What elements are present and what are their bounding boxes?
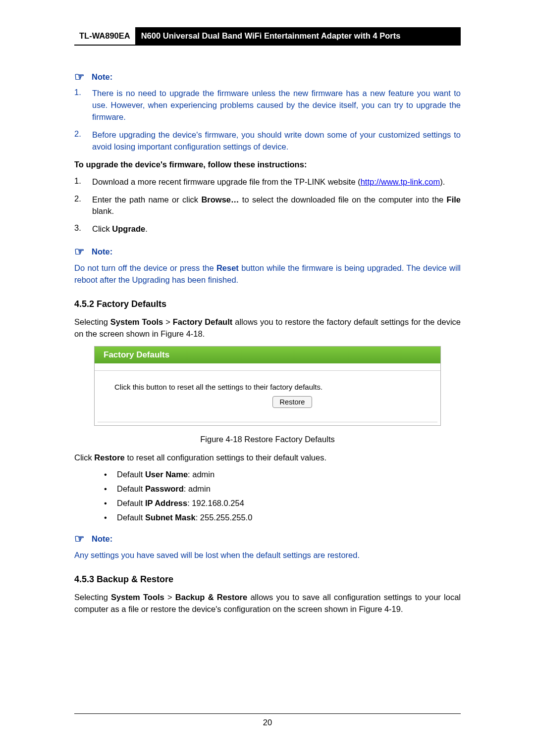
- note2-pre: Do not turn off the device or press the: [74, 263, 216, 272]
- file-label: File: [447, 195, 461, 204]
- note-heading-3: ☞ Note:: [74, 532, 461, 546]
- pointing-hand-icon: ☞: [74, 532, 85, 546]
- upgrade-step-1: 1.Download a more recent firmware upgrad…: [74, 176, 461, 188]
- upgrade-instructions-heading: To upgrade the device's firmware, follow…: [74, 160, 461, 169]
- step2-mid: to select the downloaded file on the com…: [239, 195, 447, 204]
- browse-label: Browse…: [201, 195, 239, 204]
- step2-pre: Enter the path name or click: [92, 195, 201, 204]
- default-subnet: •Default Subnet Mask: 255.255.255.0: [104, 513, 461, 522]
- note-1-item-2: 2.Before upgrading the device's firmware…: [74, 129, 461, 153]
- s453-sep: >: [164, 593, 175, 602]
- note-label: Note:: [92, 534, 112, 544]
- tplink-website-link[interactable]: http://www.tp-link.com: [361, 177, 440, 186]
- step2-post: blank.: [92, 206, 114, 215]
- section-4-5-2-para: Selecting System Tools > Factory Default…: [74, 316, 461, 340]
- section-4-5-3-heading: 4.5.3 Backup & Restore: [74, 574, 461, 585]
- note-heading-1: ☞ Note:: [74, 70, 461, 84]
- restore-para: Click Restore to reset all configuration…: [74, 452, 461, 464]
- page-footer: 20: [74, 713, 461, 727]
- restore-pre: Click: [74, 453, 94, 462]
- model-number: TL-WA890EA: [74, 27, 135, 45]
- default-ip: •Default IP Address: 192.168.0.254: [104, 499, 461, 508]
- step3-pre: Click: [92, 224, 112, 233]
- section-4-5-3-para: Selecting System Tools > Backup & Restor…: [74, 592, 461, 615]
- reset-label: Reset: [216, 263, 239, 272]
- factory-default-label: Factory Default: [173, 317, 232, 326]
- upgrade-step-2: 2.Enter the path name or click Browse… t…: [74, 194, 461, 218]
- s452-sep: >: [163, 317, 173, 326]
- step3-post: .: [145, 224, 148, 233]
- upgrade-step-3: 3.Click Upgrade.: [74, 223, 461, 235]
- note-label: Note:: [92, 72, 112, 82]
- restore-button[interactable]: Restore: [272, 396, 313, 408]
- s453-pre: Selecting: [74, 593, 111, 602]
- backup-restore-label: Backup & Restore: [175, 593, 247, 602]
- page-number: 20: [263, 718, 272, 727]
- figure-body-text: Click this button to reset all the setti…: [114, 383, 421, 391]
- document-title: N600 Universal Dual Band WiFi Entertainm…: [135, 27, 461, 45]
- note-label: Note:: [92, 247, 112, 256]
- s452-pre: Selecting: [74, 317, 110, 326]
- document-header: TL-WA890EA N600 Universal Dual Band WiFi…: [74, 27, 461, 46]
- system-tools-label-2: System Tools: [111, 593, 164, 602]
- note-1-list: 1.There is no need to upgrade the firmwa…: [74, 88, 461, 153]
- defaults-list: •Default User Name: admin •Default Passw…: [104, 470, 461, 522]
- note-3-text: Any settings you have saved will be lost…: [74, 550, 461, 561]
- note-1-item-1: 1.There is no need to upgrade the firmwa…: [74, 88, 461, 123]
- upgrade-steps-list: 1.Download a more recent firmware upgrad…: [74, 176, 461, 236]
- section-4-5-2-heading: 4.5.2 Factory Defaults: [74, 299, 461, 309]
- pointing-hand-icon: ☞: [74, 70, 85, 84]
- default-password: •Default Password: admin: [104, 484, 461, 494]
- figure-title: Factory Defaults: [95, 347, 440, 363]
- pointing-hand-icon: ☞: [74, 245, 85, 258]
- upgrade-label: Upgrade: [112, 224, 145, 233]
- note-2-text: Do not turn off the device or press the …: [74, 262, 461, 286]
- restore-post: to reset all configuration settings to t…: [125, 453, 326, 462]
- factory-defaults-figure: Factory Defaults Click this button to re…: [94, 346, 441, 426]
- step1-pre: Download a more recent firmware upgrade …: [92, 177, 361, 186]
- step1-post: ).: [440, 177, 445, 186]
- figure-caption: Figure 4-18 Restore Factory Defaults: [74, 435, 461, 444]
- system-tools-label: System Tools: [110, 317, 163, 326]
- default-username: •Default User Name: admin: [104, 470, 461, 479]
- restore-bold: Restore: [94, 453, 124, 462]
- note-heading-2: ☞ Note:: [74, 245, 461, 258]
